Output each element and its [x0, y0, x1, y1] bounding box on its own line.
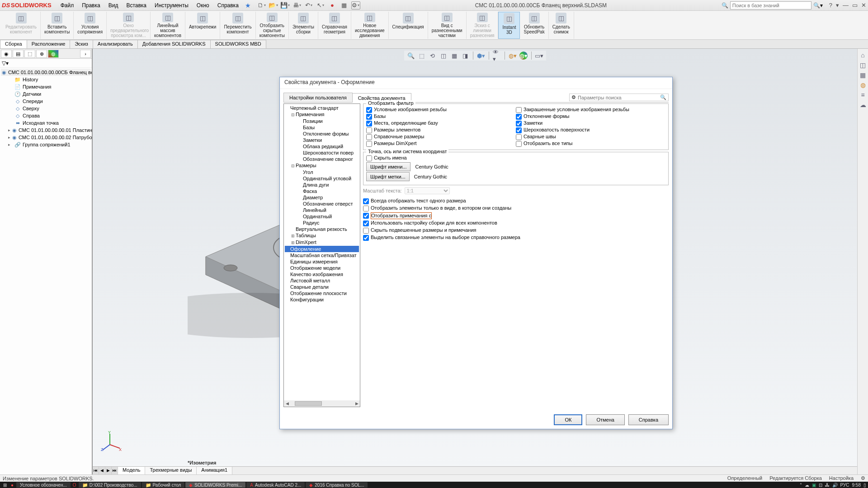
status-customize[interactable]: Настройка: [829, 475, 854, 481]
star-icon[interactable]: ★: [245, 2, 251, 9]
vtab-last-icon[interactable]: ⏭: [112, 467, 118, 474]
taskbar-item[interactable]: AAutodesk AutoCAD 2...: [246, 482, 305, 488]
dlg-tree-item[interactable]: Фаска: [285, 188, 359, 194]
select-icon[interactable]: ↖: [316, 1, 325, 9]
ribbon-command[interactable]: ◫Элементысборки: [289, 12, 318, 39]
filter-checkbox[interactable]: [366, 114, 372, 120]
dlg-tree-item[interactable]: Диаметр: [285, 194, 359, 201]
ribbon-command[interactable]: ◫ОбновитьSpeedPak: [520, 12, 548, 39]
option-checkbox[interactable]: [363, 206, 369, 211]
fm-tab-2[interactable]: ▤: [13, 50, 24, 58]
dlg-tree-item[interactable]: Обозначение отверст: [285, 201, 359, 207]
scroll-right-icon[interactable]: ▶: [354, 401, 360, 406]
dlg-tree-item[interactable]: Качество изображения: [285, 271, 359, 277]
ok-button[interactable]: ОК: [554, 414, 582, 425]
tb-opera-icon[interactable]: O: [71, 482, 78, 488]
menu-file[interactable]: Файл: [57, 1, 78, 9]
vtab-first-icon[interactable]: ⏮: [93, 467, 99, 474]
tray-vol-icon[interactable]: 🔊: [832, 483, 838, 488]
rebuild-icon[interactable]: ●: [328, 1, 337, 9]
dlg-tree-item[interactable]: Ординатный угловой: [285, 175, 359, 182]
ribbon-command[interactable]: ◫Instant3D: [498, 12, 520, 39]
dlg-tree-item[interactable]: Линейный: [285, 207, 359, 213]
ribbon-command[interactable]: ◫Автокрепежи: [185, 12, 220, 39]
taskbar-item[interactable]: 📁Рабочий стол: [142, 482, 185, 488]
dialog-nav-tree[interactable]: Чертежный стандарт⊟ПримечанияПозицииБазы…: [283, 103, 360, 407]
render-icon[interactable]: ▭▾: [535, 52, 543, 60]
open-doc-icon[interactable]: 📂: [269, 1, 278, 9]
prev-view-icon[interactable]: ⟲: [429, 52, 437, 60]
dlg-tree-hscroll[interactable]: ◀ ▶: [284, 400, 360, 407]
tree-item[interactable]: 📄Примечания: [1, 83, 91, 90]
vtab-3dviews[interactable]: Трехмерные виды: [145, 467, 197, 474]
print-icon[interactable]: 🖶: [292, 1, 302, 9]
display-icon[interactable]: ▦: [450, 52, 458, 60]
filter-checkbox[interactable]: [366, 107, 372, 113]
dlg-tree-item[interactable]: Отклонение формы: [285, 131, 359, 137]
menu-tools[interactable]: Инструменты: [151, 1, 192, 9]
option-checkbox[interactable]: [363, 221, 369, 226]
option-checkbox[interactable]: [363, 198, 369, 204]
dlg-tree-item[interactable]: ⊞DimXpert: [285, 239, 359, 246]
ribbon-command[interactable]: ◫Новоеисследованиедвижения: [351, 12, 389, 39]
filter-checkbox[interactable]: [516, 114, 522, 120]
tree-item[interactable]: ◇Спереди: [1, 98, 91, 105]
filter-checkbox[interactable]: [516, 127, 522, 133]
ribbon-command[interactable]: ◫Редактироватькомпонент: [2, 12, 41, 39]
option-checkbox[interactable]: [363, 235, 369, 241]
font-name-button[interactable]: Шрифт имени...: [366, 162, 410, 171]
filter-checkbox[interactable]: [366, 121, 372, 127]
dlg-tree-item[interactable]: Единицы измерения: [285, 258, 359, 265]
tree-root[interactable]: ◉СМС 01.01.00.00.00.00СБ Фланец верхний …: [1, 69, 91, 76]
restore-icon[interactable]: ▭: [852, 2, 858, 9]
dlg-tree-item[interactable]: Заметки: [285, 137, 359, 143]
ribbon-command[interactable]: ◫Вставитькомпоненты: [41, 12, 74, 39]
options-small-icon[interactable]: ▦: [340, 1, 349, 9]
dlg-tree-item[interactable]: Угол: [285, 169, 359, 175]
ribbon-command[interactable]: ◫Отобразитьскрытыекомпоненты: [256, 12, 289, 39]
menu-window[interactable]: Окно: [193, 1, 213, 9]
undo-icon[interactable]: ↶: [304, 1, 313, 9]
taskpane-design-icon[interactable]: ◫: [860, 61, 866, 69]
menu-insert[interactable]: Вставка: [123, 1, 150, 9]
filter-checkbox[interactable]: [516, 134, 522, 140]
tree-item[interactable]: 📁History: [1, 76, 91, 83]
ribbon-command[interactable]: ◫Справочнаягеометрия: [318, 12, 351, 39]
help-icon[interactable]: ?: [829, 2, 832, 9]
taskpane-forum-icon[interactable]: ☁: [860, 101, 866, 108]
tray-shield-icon[interactable]: ⊡: [819, 483, 822, 488]
dlg-tree-item[interactable]: Отображение модели: [285, 265, 359, 271]
hide-names-checkbox[interactable]: [366, 155, 372, 161]
section-icon[interactable]: ◫: [439, 52, 448, 60]
vtab-animation[interactable]: Анимация1: [197, 467, 232, 474]
tray-app-icon[interactable]: ▣: [812, 483, 816, 488]
filter-checkbox[interactable]: [516, 107, 522, 113]
vtab-model[interactable]: Модель: [118, 467, 145, 474]
hide-show-icon[interactable]: 👁▾: [493, 52, 501, 60]
ribbon-command[interactable]: ◫Сделатьснимок: [549, 12, 574, 39]
search-glass-small-icon[interactable]: 🔍: [660, 94, 666, 100]
ribbon-command[interactable]: ◫Переместитькомпонент: [220, 12, 255, 39]
ribbon-command[interactable]: ◫Линейныймассивкомпонентов: [151, 12, 185, 39]
taskbar-item[interactable]: ◆SOLIDWORKS Premi...: [185, 482, 245, 488]
dlg-tree-item[interactable]: ⊟Примечания: [285, 111, 359, 118]
tree-item[interactable]: ▸◉СМС 01.01.00.00.00.02 Патрубок<1> (По: [1, 134, 91, 141]
dialog-search-input[interactable]: [578, 95, 658, 100]
taskbar-item[interactable]: Условное обозначен...: [16, 482, 71, 488]
dlg-tree-item[interactable]: Конфигурации: [285, 296, 359, 303]
filter-checkbox[interactable]: [366, 141, 372, 147]
tree-item[interactable]: ⬌Исходная точка: [1, 119, 91, 127]
fm-tab-5[interactable]: ◍: [48, 50, 59, 58]
fm-tab-4[interactable]: ⊕: [36, 50, 47, 58]
close-icon[interactable]: ✕: [861, 2, 866, 9]
taskpane-appear-icon[interactable]: ◍: [860, 81, 866, 89]
status-gear-icon[interactable]: ⚙: [861, 475, 865, 481]
scroll-thumb[interactable]: [295, 401, 322, 406]
view-cube-icon[interactable]: ⬢▾: [477, 52, 485, 60]
fm-tab-3[interactable]: ⬚: [24, 50, 35, 58]
menu-help[interactable]: Справка: [214, 1, 242, 9]
command-tab[interactable]: Эскиз: [70, 40, 93, 48]
orient-icon[interactable]: ◨: [461, 52, 469, 60]
tray-notif-icon[interactable]: ▯: [863, 483, 866, 488]
taskbar-item[interactable]: ◆2016 Справка по SOL...: [306, 482, 368, 488]
